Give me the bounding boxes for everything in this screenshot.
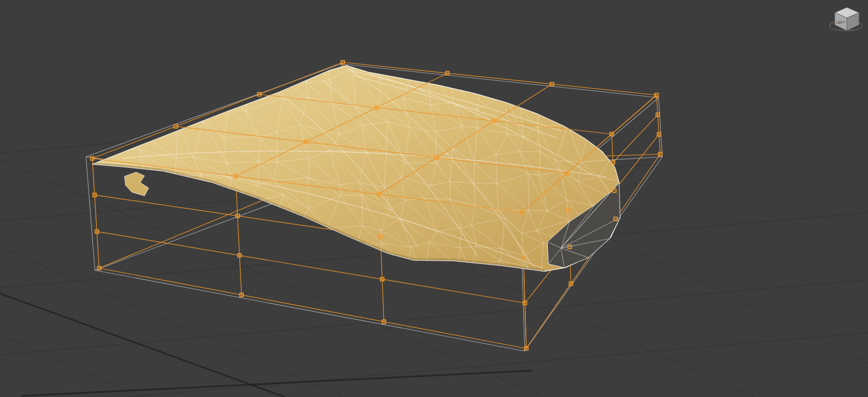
viewcube-face-label: LEFT bbox=[836, 21, 845, 24]
scene-canvas[interactable]: LEFT bbox=[0, 0, 868, 397]
viewport-3d[interactable]: LEFT bbox=[0, 0, 868, 397]
